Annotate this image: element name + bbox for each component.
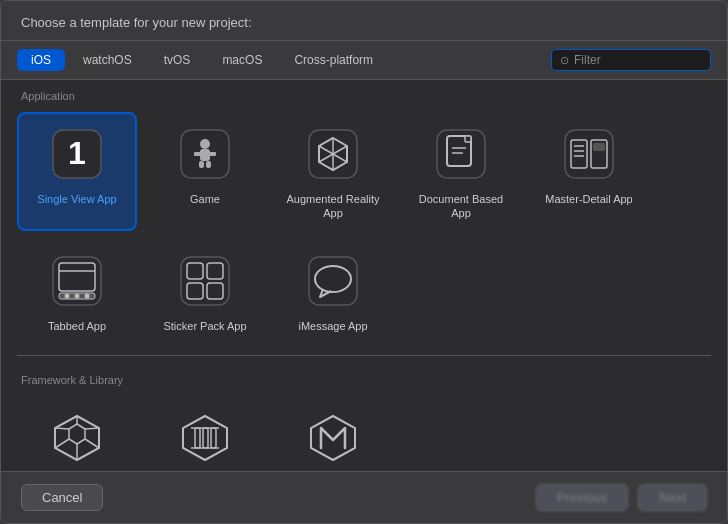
template-sticker-pack-app[interactable]: Sticker Pack App: [145, 239, 265, 343]
template-document-based-app[interactable]: Document Based App: [401, 112, 521, 231]
template-static-library[interactable]: Static Library: [145, 396, 265, 471]
section-divider: [17, 355, 711, 356]
tab-ios[interactable]: iOS: [17, 49, 65, 71]
sticker-pack-app-icon: [175, 251, 235, 311]
template-chooser-dialog: Choose a template for your new project: …: [0, 0, 728, 524]
tab-macos[interactable]: macOS: [208, 49, 276, 71]
template-augmented-reality-app[interactable]: Augmented Reality App: [273, 112, 393, 231]
tab-watchos[interactable]: watchOS: [69, 49, 146, 71]
svg-rect-4: [200, 149, 210, 161]
svg-rect-6: [209, 152, 216, 156]
single-view-app-label: Single View App: [37, 192, 116, 206]
game-icon: [175, 124, 235, 184]
framework-library-section-label: Framework & Library: [17, 364, 711, 392]
framework-library-templates-grid: Framework Static Library: [17, 392, 711, 471]
filter-wrapper: ⊙: [551, 49, 711, 71]
template-game[interactable]: Game: [145, 112, 265, 231]
svg-marker-48: [183, 416, 227, 460]
application-section-label: Application: [17, 80, 711, 108]
template-metal-library[interactable]: Metal Library: [273, 396, 393, 471]
document-based-app-icon: [431, 124, 491, 184]
static-library-icon: [175, 408, 235, 468]
template-imessage-app[interactable]: iMessage App: [273, 239, 393, 343]
single-view-app-icon: 1: [47, 124, 107, 184]
svg-rect-7: [199, 161, 204, 168]
imessage-app-label: iMessage App: [298, 319, 367, 333]
augmented-reality-app-icon: [303, 124, 363, 184]
svg-text:1: 1: [68, 135, 86, 171]
dialog-footer: Cancel Previous Next: [1, 471, 727, 523]
previous-button: Previous: [536, 484, 629, 511]
next-button: Next: [638, 484, 707, 511]
svg-point-31: [85, 293, 90, 298]
metal-library-icon: [303, 408, 363, 468]
svg-rect-25: [593, 143, 605, 151]
tab-tvos[interactable]: tvOS: [150, 49, 205, 71]
master-detail-app-label: Master-Detail App: [545, 192, 632, 206]
tabbed-app-label: Tabbed App: [48, 319, 106, 333]
dialog-title: Choose a template for your new project:: [1, 1, 727, 41]
svg-rect-8: [206, 161, 211, 168]
template-framework[interactable]: Framework: [17, 396, 137, 471]
svg-marker-54: [311, 416, 355, 460]
svg-rect-5: [194, 152, 201, 156]
document-based-app-label: Document Based App: [411, 192, 511, 221]
svg-rect-14: [437, 130, 485, 178]
master-detail-app-icon: [559, 124, 619, 184]
svg-point-29: [65, 293, 70, 298]
framework-icon: [47, 408, 107, 468]
content-area: Application 1 Single View App: [1, 80, 727, 471]
tab-cross-platform[interactable]: Cross-platform: [280, 49, 387, 71]
template-master-detail-app[interactable]: Master-Detail App: [529, 112, 649, 231]
sticker-pack-app-label: Sticker Pack App: [163, 319, 246, 333]
cancel-button[interactable]: Cancel: [21, 484, 103, 511]
svg-rect-16: [465, 136, 471, 142]
svg-line-47: [55, 428, 69, 429]
svg-point-30: [75, 293, 80, 298]
augmented-reality-app-label: Augmented Reality App: [283, 192, 383, 221]
filter-input[interactable]: [574, 53, 694, 67]
imessage-app-icon: [303, 251, 363, 311]
svg-point-3: [200, 139, 210, 149]
footer-right-buttons: Previous Next: [536, 484, 707, 511]
filter-icon: ⊙: [560, 54, 569, 67]
tabbed-app-icon: [47, 251, 107, 311]
svg-line-43: [85, 428, 99, 429]
platform-tab-bar: iOS watchOS tvOS macOS Cross-platform ⊙: [1, 41, 727, 80]
svg-rect-19: [565, 130, 613, 178]
application-templates-grid: 1 Single View App: [17, 108, 711, 347]
game-label: Game: [190, 192, 220, 206]
template-tabbed-app[interactable]: Tabbed App: [17, 239, 137, 343]
template-single-view-app[interactable]: 1 Single View App: [17, 112, 137, 231]
